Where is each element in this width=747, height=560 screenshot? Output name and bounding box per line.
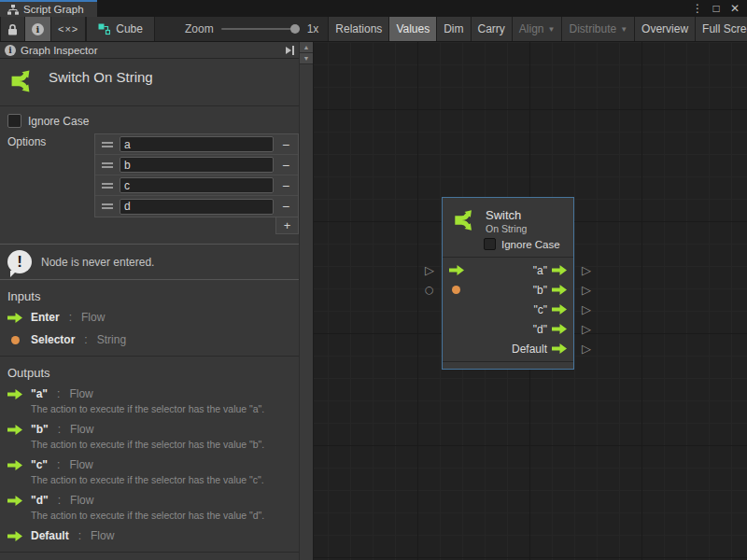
zoom-label: Zoom: [185, 22, 214, 35]
chevron-down-icon: ▼: [620, 25, 627, 34]
out-connector-icon[interactable]: ▷: [582, 260, 591, 280]
port-type: String: [97, 333, 126, 346]
carry-label: Carry: [478, 22, 505, 35]
relations-button[interactable]: Relations: [328, 17, 389, 41]
node-title: Switch: [486, 208, 527, 223]
overview-label: Overview: [641, 22, 688, 35]
window-menu-icon[interactable]: ⋮: [690, 2, 705, 15]
switch-on-string-node[interactable]: Switch On String Ignore Case ▷ "a": [442, 197, 574, 370]
port-label-c: "c": [533, 303, 547, 316]
port-row-default: Default ▷: [443, 339, 573, 358]
out-connector-icon[interactable]: ▷: [582, 339, 591, 358]
graph-hierarchy-icon: [7, 5, 19, 15]
section-divider: [0, 552, 299, 553]
fullscreen-button[interactable]: Full Screen: [696, 17, 747, 41]
add-option-button[interactable]: +: [275, 217, 299, 234]
port-sep: :: [58, 494, 61, 507]
inspector-title: Graph Inspector: [21, 45, 97, 56]
flow-arrow-icon[interactable]: [552, 343, 567, 354]
remove-option-button[interactable]: −: [274, 199, 298, 214]
ignore-case-row: Ignore Case: [0, 114, 299, 128]
option-row: −: [95, 175, 298, 196]
port-type: Flow: [70, 494, 93, 507]
port-label-a: "a": [533, 264, 547, 277]
code-preview-button[interactable]: <×>: [51, 17, 86, 41]
distribute-dropdown[interactable]: Distribute ▼: [562, 17, 635, 41]
drag-handle-icon[interactable]: [95, 203, 120, 209]
flow-arrow-icon: [7, 425, 22, 435]
graph-owner-button[interactable]: Cube: [86, 17, 155, 41]
port-label-b: "b": [533, 284, 547, 297]
remove-option-button[interactable]: −: [274, 137, 298, 152]
close-icon[interactable]: ✕: [727, 2, 742, 15]
port-sep: :: [58, 423, 61, 436]
values-button[interactable]: Values: [389, 17, 437, 41]
maximize-icon[interactable]: □: [709, 2, 724, 15]
port-row-b: ○ "b" ▷: [443, 280, 573, 300]
overview-button[interactable]: Overview: [635, 17, 696, 41]
ignore-case-checkbox[interactable]: [7, 114, 21, 128]
out-connector-icon[interactable]: ▷: [582, 280, 591, 300]
unit-title-block: Switch On String: [0, 59, 299, 106]
port-sep: :: [57, 458, 60, 471]
output-entry-a: "a":Flow: [0, 387, 299, 400]
selector-connector-icon[interactable]: ○: [425, 280, 434, 300]
drag-handle-icon[interactable]: [95, 183, 120, 189]
port-type: Flow: [69, 458, 92, 471]
align-label: Align: [519, 22, 544, 35]
selector-port-icon[interactable]: [452, 286, 460, 294]
drag-handle-icon[interactable]: [95, 142, 120, 147]
flow-arrow-icon[interactable]: [552, 304, 567, 315]
remove-option-button[interactable]: −: [274, 178, 298, 193]
inspector-scrollbar[interactable]: ▲ ▼: [299, 42, 313, 560]
lock-icon: [7, 23, 18, 35]
dock-panel-icon[interactable]: [286, 46, 294, 55]
port-type: Flow: [91, 529, 114, 542]
zoom-slider-knob[interactable]: [290, 24, 300, 34]
option-input[interactable]: [120, 157, 274, 173]
drag-handle-icon[interactable]: [95, 162, 120, 168]
inspector-toggle-button[interactable]: i: [25, 17, 51, 41]
enter-connector-icon[interactable]: ▷: [425, 260, 434, 280]
align-dropdown[interactable]: Align ▼: [513, 17, 563, 41]
port-row-a: ▷ "a" ▷: [443, 260, 573, 280]
dim-label: Dim: [444, 22, 463, 35]
out-connector-icon[interactable]: ▷: [582, 300, 591, 319]
zoom-slider[interactable]: [221, 28, 300, 30]
port-name: Default: [31, 529, 69, 542]
enter-port-icon[interactable]: [449, 265, 464, 275]
port-sep: :: [78, 529, 81, 542]
option-input[interactable]: [120, 136, 274, 152]
tab-label: Script Graph: [23, 4, 84, 15]
flow-arrow-icon[interactable]: [552, 265, 567, 275]
info-icon: i: [32, 23, 44, 35]
flow-arrow-icon[interactable]: [552, 285, 567, 295]
option-input[interactable]: [120, 177, 274, 193]
switch-unit-icon: [7, 66, 37, 96]
port-label-d: "d": [533, 323, 547, 336]
flow-arrow-icon: [7, 460, 22, 470]
string-dot-icon: [7, 336, 22, 344]
flow-arrow-icon[interactable]: [552, 324, 567, 334]
dim-button[interactable]: Dim: [437, 17, 471, 41]
scroll-down-icon[interactable]: ▼: [300, 53, 313, 64]
cube-label: Cube: [116, 22, 143, 35]
node-ports: ▷ "a" ▷ ○ "b": [443, 257, 573, 361]
node-ignore-case-checkbox[interactable]: [484, 238, 496, 250]
graph-canvas[interactable]: Switch On String Ignore Case ▷ "a": [314, 42, 747, 560]
output-desc: The action to execute if the selector ha…: [31, 474, 291, 485]
unit-title: Switch On String: [49, 66, 153, 85]
switch-unit-icon: [452, 206, 478, 234]
tab-script-graph[interactable]: Script Graph: [0, 0, 97, 17]
lock-button[interactable]: [0, 17, 25, 41]
port-sep: :: [69, 311, 72, 324]
carry-button[interactable]: Carry: [472, 17, 513, 41]
remove-option-button[interactable]: −: [274, 158, 298, 173]
port-sep: :: [84, 333, 87, 346]
node-header: Switch On String: [443, 198, 573, 235]
out-connector-icon[interactable]: ▷: [582, 319, 591, 339]
scroll-up-icon[interactable]: ▲: [300, 42, 313, 53]
zoom-control: Zoom 1x: [176, 17, 328, 41]
warning-box: ! Node is never entered.: [0, 244, 299, 280]
option-input[interactable]: [120, 199, 274, 215]
